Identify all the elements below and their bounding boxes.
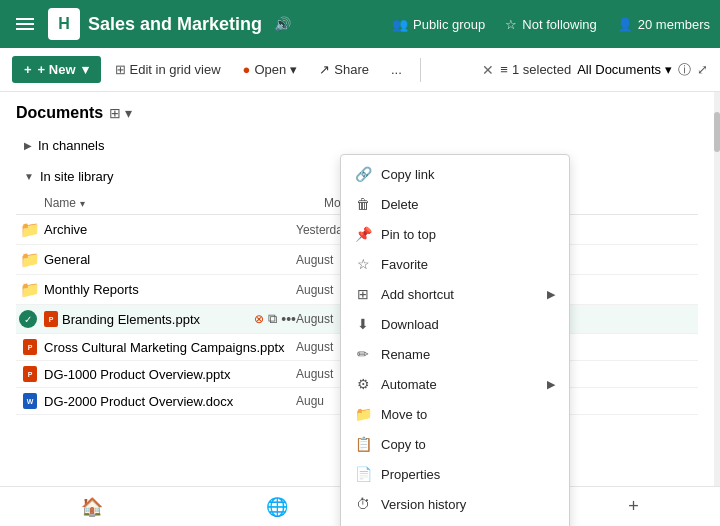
pptx-icon: P [23, 366, 37, 382]
col-name-header[interactable]: Name ▾ [44, 196, 324, 210]
row-name: Monthly Reports [44, 282, 296, 297]
menu-item-move-to[interactable]: 📁 Move to [341, 399, 569, 429]
person-icon: 👤 [617, 17, 633, 32]
error-icon[interactable]: ⊗ [254, 312, 264, 326]
expand-icon[interactable]: ⤢ [697, 62, 708, 77]
not-following-button[interactable]: ☆ Not following [505, 17, 596, 32]
grid-icon: ⊞ [115, 62, 126, 77]
row-name: DG-1000 Product Overview.pptx [44, 367, 296, 382]
row-icon-pptx: P [16, 339, 44, 355]
scrollbar-thumb[interactable] [714, 112, 720, 152]
view-icon[interactable]: ⧉ [268, 311, 277, 327]
menu-item-version-history[interactable]: ⏱ Version history [341, 489, 569, 519]
menu-item-alert-me[interactable]: 🔔 Alert me [341, 519, 569, 526]
star-icon: ☆ [355, 256, 371, 272]
home-button[interactable]: 🏠 [73, 488, 111, 526]
menu-item-download[interactable]: ⬇ Download [341, 309, 569, 339]
download-icon: ⬇ [355, 316, 371, 332]
dropdown-arrow: ▾ [82, 62, 89, 77]
row-icon-pptx: P [16, 366, 44, 382]
context-menu: 🔗 Copy link 🗑 Delete 📌 Pin to top ☆ Favo… [340, 154, 570, 526]
link-icon: 🔗 [355, 166, 371, 182]
all-documents-button[interactable]: All Documents ▾ [577, 62, 672, 77]
delete-icon: 🗑 [355, 196, 371, 212]
menu-item-delete[interactable]: 🗑 Delete [341, 189, 569, 219]
submenu-arrow-icon: ▶ [547, 288, 555, 301]
menu-item-automate[interactable]: ⚙ Automate ▶ [341, 369, 569, 399]
open-button[interactable]: ● Open ▾ [235, 57, 306, 82]
folder-icon: 📁 [20, 280, 40, 299]
main-content: Documents ⊞ ▾ ▶ In channels ▼ In site li… [0, 92, 720, 526]
history-icon: ⏱ [355, 496, 371, 512]
scrollbar[interactable] [714, 92, 720, 526]
toolbar-right: ✕ ≡ 1 selected All Documents ▾ ⓘ ⤢ [482, 61, 708, 79]
selected-count-badge: ≡ 1 selected [500, 62, 571, 77]
menu-item-copy-link[interactable]: 🔗 Copy link [341, 159, 569, 189]
automate-icon: ⚙ [355, 376, 371, 392]
chevron-right-icon: ▶ [24, 140, 32, 151]
share-icon: ↗ [319, 62, 330, 77]
toolbar-separator [420, 58, 421, 82]
public-group-label: 👥 Public group [392, 17, 485, 32]
menu-item-properties[interactable]: 📄 Properties [341, 459, 569, 489]
docs-title: Documents [16, 104, 103, 122]
row-more-button[interactable]: ••• [281, 311, 296, 327]
move-icon: 📁 [355, 406, 371, 422]
toolbar: + + New ▾ ⊞ Edit in grid view ● Open ▾ ↗… [0, 48, 720, 92]
shortcut-icon: ⊞ [355, 286, 371, 302]
speaker-icon[interactable]: 🔊 [274, 16, 291, 32]
row-name: DG-2000 Product Overview.docx [44, 394, 296, 409]
folder-icon: 📁 [20, 250, 40, 269]
top-navigation: H Sales and Marketing 🔊 👥 Public group ☆… [0, 0, 720, 48]
row-name: Branding Elements.pptx [62, 312, 246, 327]
row-icon-docx: W [16, 393, 44, 409]
app-icon: H [48, 8, 80, 40]
submenu-arrow-icon: ▶ [547, 378, 555, 391]
row-icon-folder: 📁 [16, 280, 44, 299]
open-icon: ● [243, 62, 251, 77]
allDocs-arrow: ▾ [665, 62, 672, 77]
row-name: General [44, 252, 296, 267]
new-button[interactable]: + + New ▾ [12, 56, 101, 83]
menu-item-copy-to[interactable]: 📋 Copy to [341, 429, 569, 459]
public-group-icon: 👥 [392, 17, 408, 32]
rename-icon: ✏ [355, 346, 371, 362]
menu-item-rename[interactable]: ✏ Rename [341, 339, 569, 369]
row-icon-folder: 📁 [16, 220, 44, 239]
edit-grid-button[interactable]: ⊞ Edit in grid view [107, 57, 229, 82]
row-icon-selected: ✓ [16, 310, 44, 328]
pptx-icon: P [44, 311, 58, 327]
row-name: Cross Cultural Marketing Campaigns.pptx [44, 340, 296, 355]
globe-button[interactable]: 🌐 [258, 488, 296, 526]
view-toggle-icon[interactable]: ⊞ ▾ [109, 105, 132, 121]
more-button[interactable]: ... [383, 57, 410, 82]
selected-checkmark: ✓ [19, 310, 37, 328]
row-actions: ⊗ ⧉ ••• [254, 311, 296, 327]
share-button[interactable]: ↗ Share [311, 57, 377, 82]
open-arrow: ▾ [290, 62, 297, 77]
docs-header: Documents ⊞ ▾ [0, 100, 714, 130]
copy-icon: 📋 [355, 436, 371, 452]
menu-item-add-shortcut[interactable]: ⊞ Add shortcut ▶ [341, 279, 569, 309]
menu-item-pin-to-top[interactable]: 📌 Pin to top [341, 219, 569, 249]
hamburger-button[interactable] [10, 12, 40, 36]
properties-icon: 📄 [355, 466, 371, 482]
info-icon[interactable]: ⓘ [678, 61, 691, 79]
members-button[interactable]: 👤 20 members [617, 17, 710, 32]
list-icon: ≡ [500, 62, 508, 77]
menu-item-favorite[interactable]: ☆ Favorite [341, 249, 569, 279]
folder-icon: 📁 [20, 220, 40, 239]
plus-icon: + [24, 62, 32, 77]
star-icon: ☆ [505, 17, 517, 32]
row-icon-folder: 📁 [16, 250, 44, 269]
pptx-icon: P [23, 339, 37, 355]
plus-button[interactable]: + [620, 488, 647, 525]
chevron-down-icon: ▼ [24, 171, 34, 182]
docx-icon: W [23, 393, 37, 409]
sort-arrow-icon: ▾ [80, 198, 85, 209]
site-title: Sales and Marketing [88, 14, 262, 35]
pin-icon: 📌 [355, 226, 371, 242]
close-selection-button[interactable]: ✕ [482, 62, 494, 78]
row-name: Archive [44, 222, 296, 237]
